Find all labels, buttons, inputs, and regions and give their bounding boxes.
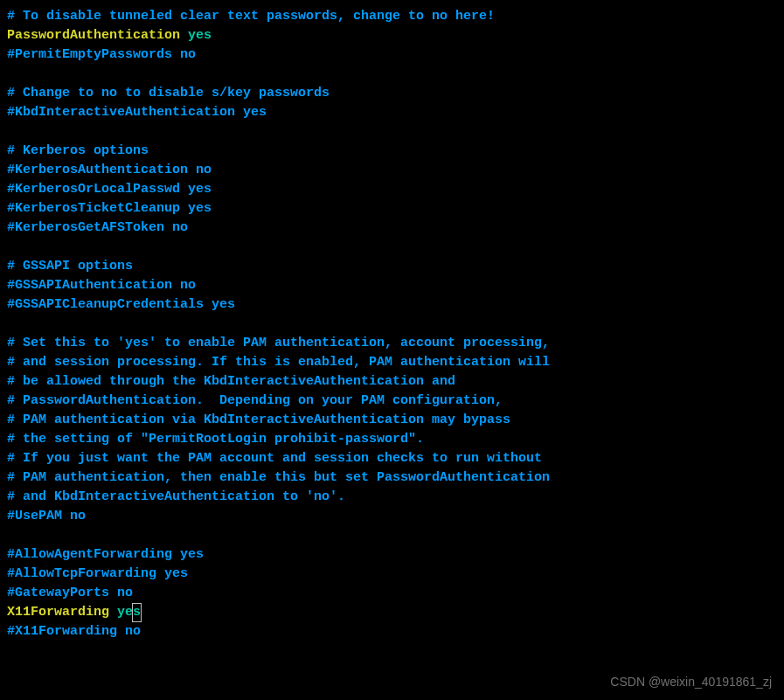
terminal-line: #KerberosGetAFSToken no — [7, 218, 777, 238]
terminal-line — [7, 526, 777, 545]
terminal-line: X11Forwarding yes — [7, 603, 777, 622]
watermark: CSDN @weixin_40191861_zj — [610, 672, 772, 691]
terminal-line: # Set this to 'yes' to enable PAM authen… — [7, 334, 777, 353]
terminal-line: PasswordAuthentication yes — [7, 26, 777, 45]
terminal-line — [7, 122, 777, 142]
terminal-line: # GSSAPI options — [7, 257, 777, 276]
terminal-line: # To disable tunneled clear text passwor… — [7, 7, 777, 26]
terminal-line — [7, 238, 777, 257]
terminal-line: #GSSAPICleanupCredentials yes — [7, 295, 777, 315]
terminal-line: #KerberosAuthentication no — [7, 161, 777, 180]
terminal-output: # To disable tunneled clear text passwor… — [7, 7, 777, 641]
terminal-line — [7, 65, 777, 84]
terminal-line: #KerberosTicketCleanup yes — [7, 199, 777, 218]
terminal-line: # PAM authentication via KbdInteractiveA… — [7, 411, 777, 430]
terminal-line: #GSSAPIAuthentication no — [7, 276, 777, 295]
terminal-line: #X11Forwarding no — [7, 622, 777, 641]
terminal-line: #UsePAM no — [7, 507, 777, 526]
terminal-line: # the setting of "PermitRootLogin prohib… — [7, 430, 777, 449]
terminal-line: # Kerberos options — [7, 142, 777, 161]
terminal-line: # PAM authentication, then enable this b… — [7, 468, 777, 488]
terminal-line: # be allowed through the KbdInteractiveA… — [7, 372, 777, 392]
terminal-line: #KerberosOrLocalPasswd yes — [7, 180, 777, 199]
terminal-line — [7, 315, 777, 334]
terminal-line: # If you just want the PAM account and s… — [7, 449, 777, 468]
terminal-line: #AllowTcpForwarding yes — [7, 565, 777, 584]
terminal-line: # and session processing. If this is ena… — [7, 353, 777, 372]
terminal-line: # Change to no to disable s/key password… — [7, 84, 777, 103]
terminal-line: # and KbdInteractiveAuthentication to 'n… — [7, 488, 777, 507]
terminal-line: # PasswordAuthentication. Depending on y… — [7, 392, 777, 411]
terminal-line: #GatewayPorts no — [7, 584, 777, 603]
terminal-line: #KbdInteractiveAuthentication yes — [7, 103, 777, 122]
terminal-line: #AllowAgentForwarding yes — [7, 545, 777, 565]
terminal-line: #PermitEmptyPasswords no — [7, 45, 777, 65]
cursor: s — [132, 603, 142, 622]
